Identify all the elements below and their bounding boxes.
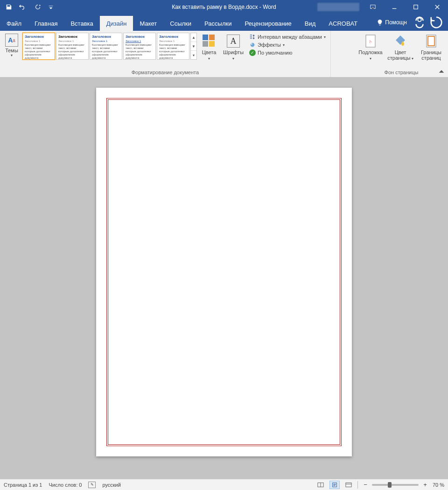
watermark-icon: A (363, 34, 378, 49)
effects-button[interactable]: Эффекты▾ (249, 42, 326, 48)
style-set-item[interactable]: Заголовок Заголовок 1 Коллекция вмещает … (90, 33, 122, 60)
read-mode-icon (317, 482, 324, 488)
ribbon-tabs: Файл Главная Вставка Дизайн Макет Ссылки… (0, 14, 448, 31)
themes-label: Темы (5, 48, 18, 53)
style-set-item[interactable]: Заголовок Заголовок 1 Коллекция вмещает … (123, 33, 156, 60)
fonts-button[interactable]: A Шрифты▾ (221, 33, 245, 61)
status-bar: Страница 1 из 1 Число слов: 0 ✎ русский … (0, 479, 448, 490)
title-bar: Как вставить рамку в Ворде.docx - Word (0, 0, 448, 14)
svg-point-7 (251, 43, 255, 47)
document-area[interactable] (0, 77, 448, 479)
style-set-gallery: Заголовок Заголовок 1 Коллекция вмещает … (22, 33, 197, 60)
save-icon (6, 4, 12, 10)
ribbon-display-options-button[interactable] (362, 0, 384, 14)
ribbon: Aа Темы ▾ Заголовок Заголовок 1 Коллекци… (0, 31, 448, 77)
tab-insert[interactable]: Вставка (64, 16, 99, 31)
undo-button[interactable] (16, 1, 28, 13)
ribbon-group-label-page-bg: Фон страницы (385, 69, 419, 77)
colors-button[interactable]: Цвета▾ (199, 33, 219, 61)
chevron-down-icon: ▾ (11, 53, 13, 57)
tab-design[interactable]: Дизайн (100, 16, 133, 31)
gallery-scroll: ▲ ▼ ▾ (190, 33, 197, 60)
close-icon (434, 4, 440, 10)
ribbon-spacer (331, 31, 355, 77)
tab-view[interactable]: Вид (298, 16, 322, 31)
status-bar-right: − + 70 % (315, 481, 444, 489)
comments-button[interactable] (429, 15, 443, 29)
share-button[interactable] (413, 15, 427, 29)
view-print-layout-button[interactable] (329, 481, 340, 489)
save-button[interactable] (3, 1, 15, 13)
redo-button[interactable] (32, 1, 44, 13)
style-set-item[interactable]: Заголовок Заголовок 1 Коллекция вмещает … (157, 33, 189, 60)
tab-home[interactable]: Главная (28, 16, 64, 31)
help-label: Помощн (385, 19, 407, 26)
page-borders-icon (424, 34, 439, 49)
status-language[interactable]: русский (102, 482, 120, 488)
chevron-up-icon (438, 68, 445, 75)
status-word-count[interactable]: Число слов: 0 (49, 482, 82, 488)
page-color-button[interactable]: Цвет страницы ▾ (385, 33, 415, 61)
themes-button[interactable]: Aа Темы ▾ (3, 33, 21, 58)
page-color-icon (393, 34, 408, 49)
ribbon-group-page-background: A Подложка▾ Цвет страницы ▾ Границы стра… (355, 31, 448, 77)
tab-acrobat[interactable]: ACROBAT (322, 16, 364, 31)
tell-me-help[interactable]: Помощн (374, 19, 410, 26)
tab-references[interactable]: Ссылки (163, 16, 198, 31)
history-icon (429, 15, 443, 29)
page[interactable] (96, 88, 352, 456)
maximize-icon (413, 4, 419, 10)
svg-rect-1 (414, 5, 418, 9)
minimize-button[interactable] (384, 0, 405, 14)
tab-review[interactable]: Рецензирование (238, 16, 298, 31)
zoom-slider: − + (362, 481, 429, 489)
account-area-obscured (317, 3, 359, 11)
set-as-default-button[interactable]: ✓ По умолчанию (249, 49, 326, 56)
tab-file[interactable]: Файл (0, 16, 28, 31)
divider (357, 481, 358, 489)
status-page[interactable]: Страница 1 из 1 (4, 482, 42, 488)
window-controls (315, 0, 448, 14)
watermark-button[interactable]: A Подложка▾ (357, 33, 384, 61)
zoom-in-button[interactable]: + (421, 481, 429, 489)
svg-rect-5 (203, 41, 208, 47)
ribbon-options-icon (370, 4, 376, 10)
gallery-scroll-up[interactable]: ▲ (191, 33, 196, 42)
effects-icon (249, 42, 256, 48)
undo-icon (19, 4, 25, 10)
share-icon (413, 15, 427, 29)
collapse-ribbon-button[interactable] (438, 68, 445, 75)
chevron-down-icon (48, 4, 54, 10)
view-web-layout-button[interactable] (343, 481, 354, 489)
tab-mailings[interactable]: Рассылки (198, 16, 238, 31)
zoom-level[interactable]: 70 % (433, 482, 444, 488)
check-icon: ✓ (249, 49, 256, 56)
qat-customize-button[interactable] (45, 1, 57, 13)
ribbon-group-label-formatting: Форматирование документа (132, 69, 199, 77)
maximize-button[interactable] (405, 0, 427, 14)
zoom-slider-thumb[interactable] (388, 482, 392, 488)
quick-access-toolbar (0, 1, 57, 13)
gallery-scroll-down[interactable]: ▼ (191, 42, 196, 51)
svg-rect-3 (203, 35, 208, 40)
gallery-more-button[interactable]: ▾ (191, 51, 196, 59)
svg-rect-6 (209, 41, 215, 47)
fonts-icon: A (226, 34, 241, 49)
page-borders-button[interactable]: Границы страниц (417, 33, 445, 61)
zoom-out-button[interactable]: − (362, 481, 369, 489)
page-border-frame (106, 98, 342, 446)
status-proofing[interactable]: ✎ (88, 481, 96, 488)
view-read-mode-button[interactable] (315, 481, 326, 489)
close-button[interactable] (427, 0, 448, 14)
proofing-icon: ✎ (88, 482, 96, 488)
ribbon-group-formatting: Aа Темы ▾ Заголовок Заголовок 1 Коллекци… (0, 31, 331, 77)
paragraph-spacing-button[interactable]: Интервал между абзацами▾ (249, 34, 326, 40)
style-set-item[interactable]: Заголовок Заголовок 1 Коллекция вмещает … (22, 33, 55, 60)
web-layout-icon (345, 482, 352, 488)
zoom-slider-track[interactable] (372, 484, 419, 486)
style-set-item[interactable]: Заголовок Заголовок 1 Коллекция вмещает … (56, 33, 89, 60)
minimize-icon (392, 4, 397, 10)
tab-layout[interactable]: Макет (133, 16, 163, 31)
svg-rect-15 (346, 483, 351, 487)
lightbulb-icon (377, 19, 383, 26)
